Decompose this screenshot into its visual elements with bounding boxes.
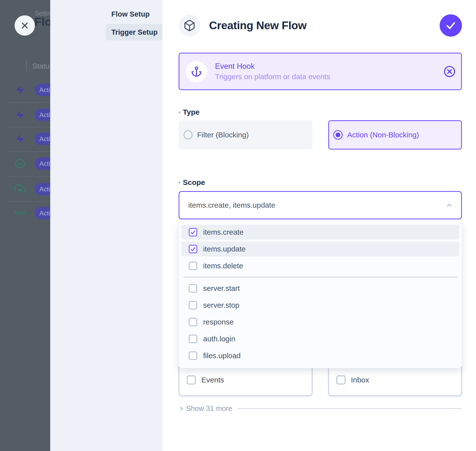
drawer-header: Creating New Flow — [179, 14, 462, 37]
type-field-label: Type — [179, 108, 462, 116]
scope-select-value: items.create, items.update — [188, 201, 275, 209]
scope-option-label: items.update — [203, 245, 246, 253]
drawer-content: Creating New Flow Event Hook Triggers on… — [163, 0, 476, 451]
trigger-card-title: Event Hook — [215, 62, 330, 71]
checkbox-unchecked-icon[interactable] — [189, 284, 197, 293]
show-more-rule — [237, 408, 462, 409]
radio-unselected-icon — [184, 130, 192, 139]
trigger-card-subtitle: Triggers on platform or data events — [215, 73, 330, 81]
collections-checkbox-group: Events Inbox — [179, 364, 462, 396]
confirm-button[interactable] — [440, 14, 462, 37]
cloud-upload-icon — [13, 183, 27, 195]
table-row: Acti — [0, 126, 50, 151]
scope-option-items-create[interactable]: items.create — [181, 225, 459, 240]
bolt-icon — [13, 134, 27, 144]
type-radio-group: Filter (Blocking) Action (Non-Blocking) — [179, 120, 462, 150]
bolt-icon — [13, 110, 27, 120]
radio-option-label: Action (Non-Blocking) — [347, 131, 419, 139]
status-badge: Acti — [35, 109, 50, 121]
status-badge: Acti — [35, 157, 50, 170]
radio-option-label: Filter (Blocking) — [197, 131, 249, 139]
table-row: Acti — [0, 102, 50, 127]
status-badge: Acti — [35, 84, 50, 96]
scope-option-label: files.upload — [203, 351, 241, 360]
checkbox-unchecked-icon[interactable] — [189, 318, 197, 326]
status-badge: Acti — [35, 207, 50, 219]
radio-option-action-non-blocking[interactable]: Action (Non-Blocking) — [328, 120, 462, 150]
status-badge: Acti — [35, 133, 50, 145]
table-row: NEW Acti — [0, 201, 50, 226]
checkbox-unchecked-icon[interactable] — [189, 301, 197, 309]
dropdown-divider — [183, 277, 457, 277]
chevron-right-icon — [179, 406, 185, 412]
page-title: Creating New Flow — [209, 19, 307, 32]
trigger-type-card[interactable]: Event Hook Triggers on platform or data … — [179, 53, 462, 90]
radio-selected-icon — [333, 130, 343, 140]
checkbox-unchecked-icon[interactable] — [189, 335, 197, 343]
scope-dropdown-menu: items.create items.update items.delete s… — [179, 221, 462, 368]
radio-option-filter-blocking[interactable]: Filter (Blocking) — [179, 120, 312, 150]
deselect-trigger-button[interactable] — [443, 65, 456, 78]
scope-option-auth-login[interactable]: auth.login — [181, 331, 459, 346]
trigger-card-text: Event Hook Triggers on platform or data … — [215, 62, 330, 81]
collection-option-events[interactable]: Events — [179, 364, 312, 396]
collection-option-label: Inbox — [351, 376, 369, 384]
checkbox-unchecked-icon[interactable] — [336, 376, 345, 384]
status-column-header: Status — [32, 62, 50, 70]
table-row: Acti — [0, 151, 50, 176]
check-circle-icon — [13, 158, 27, 169]
scope-field: items.create, items.update items.create — [179, 191, 462, 219]
column-divider — [26, 60, 27, 71]
checkbox-checked-icon[interactable] — [189, 245, 197, 253]
anchor-icon — [186, 61, 207, 82]
check-icon — [445, 20, 456, 31]
scope-option-label: server.start — [203, 284, 240, 293]
scope-select[interactable]: items.create, items.update — [179, 191, 462, 219]
scope-option-server-stop[interactable]: server.stop — [181, 298, 459, 313]
status-badge: Acti — [35, 183, 50, 195]
scope-option-label: server.stop — [203, 301, 239, 309]
show-more-label: Show 31 more — [186, 404, 232, 413]
drawer-screen: Settin Flo Status Acti Acti Acti — [0, 0, 476, 451]
scope-field-label: Scope — [179, 178, 462, 187]
table-row: Acti — [0, 77, 50, 102]
collection-option-inbox[interactable]: Inbox — [328, 364, 462, 396]
scope-option-label: items.create — [203, 228, 243, 236]
checkbox-checked-icon[interactable] — [189, 228, 197, 236]
checkbox-unchecked-icon[interactable] — [189, 351, 197, 360]
drawer-sidebar: Flow Setup Trigger Setup — [50, 0, 163, 451]
chevron-up-icon — [446, 201, 453, 209]
close-icon — [20, 21, 30, 30]
box-icon — [179, 15, 200, 36]
sidebar-item-label: Trigger Setup — [111, 28, 158, 36]
modal-backdrop[interactable]: Settin Flo Status Acti Acti Acti — [0, 0, 50, 451]
scope-option-label: response — [203, 318, 234, 326]
checkbox-unchecked-icon[interactable] — [189, 262, 197, 270]
background-page-title: Flo — [34, 15, 50, 28]
checkbox-unchecked-icon[interactable] — [187, 376, 196, 384]
table-row: Acti — [0, 177, 50, 201]
close-drawer-button[interactable] — [15, 15, 35, 36]
new-label: NEW — [13, 211, 27, 216]
bolt-icon — [13, 85, 27, 95]
scope-option-server-start[interactable]: server.start — [181, 281, 459, 296]
scope-option-files-upload[interactable]: files.upload — [181, 348, 459, 363]
scope-option-label: items.delete — [203, 262, 243, 270]
scope-option-items-delete[interactable]: items.delete — [181, 258, 459, 273]
x-circle-icon — [443, 65, 456, 78]
scope-option-label: auth.login — [203, 335, 235, 343]
show-more-toggle[interactable]: Show 31 more — [179, 404, 462, 413]
sidebar-item-label: Flow Setup — [111, 10, 150, 18]
scope-option-response[interactable]: response — [181, 315, 459, 329]
scope-option-items-update[interactable]: items.update — [181, 242, 459, 256]
collection-option-label: Events — [201, 376, 224, 384]
